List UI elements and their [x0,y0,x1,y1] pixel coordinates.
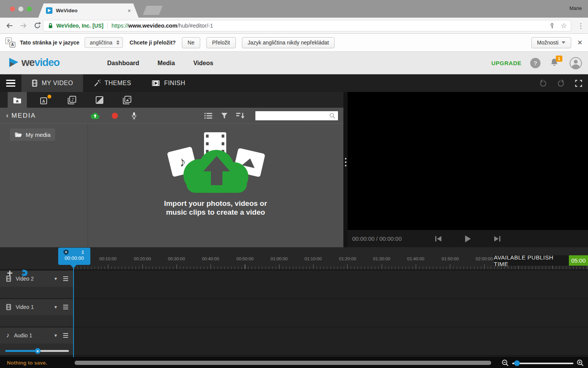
video-preview-screen[interactable] [348,92,588,230]
skip-start-icon[interactable] [434,235,442,242]
translate-close-icon[interactable]: ✕ [577,39,583,47]
tab-finish[interactable]: FINISH [141,74,195,92]
zoom-in-icon[interactable] [577,359,584,367]
list-view-icon[interactable] [204,112,212,119]
track-collapse-icon[interactable]: ▼ [54,276,58,281]
menu-icon[interactable] [0,74,21,92]
volume-fill [5,350,38,352]
ruler-label: 01:00:00 [271,256,288,261]
split-scissors-icon[interactable]: ✂ [80,250,86,254]
tab-stock-media[interactable] [118,92,137,108]
track-header: ♪ Audio 1 ▼ [0,327,74,355]
help-icon[interactable]: ? [530,58,541,68]
tab-title: WeVideo [56,8,127,13]
track-menu-icon[interactable] [63,276,68,281]
ruler-label: 01:30:00 [373,256,390,261]
zoom-slider[interactable] [512,360,573,366]
filter-icon[interactable] [221,112,228,119]
nav-videos[interactable]: Videos [193,60,213,67]
track-lane[interactable] [74,327,588,355]
address-bar: WeVideo, Inc. [US] https://www.wevideo.c… [0,18,588,34]
skip-end-icon[interactable] [493,235,501,242]
tab-my-video[interactable]: MY VIDEO [21,74,83,92]
forward-icon[interactable] [18,20,29,31]
tab-transitions[interactable] [90,92,109,108]
language-select[interactable]: angličtina [85,37,122,48]
my-media-folder[interactable]: My media [10,128,55,141]
reload-icon[interactable] [31,20,43,31]
track-collapse-icon[interactable]: ▼ [54,305,58,309]
translate-options-button[interactable]: Možnosti [531,37,571,48]
record-webcam-icon[interactable] [112,112,118,119]
new-tab-button[interactable] [143,6,163,15]
volume-thumb[interactable] [35,348,41,354]
playhead-pointer [70,265,77,268]
import-dropzone[interactable]: ♪ Import your photos, videos or music cl… [88,132,343,217]
zoom-slider-track[interactable] [512,363,573,364]
main-nav: Dashboard Media Videos [107,52,213,74]
translate-question: Chcete ji přeložit? [130,39,176,46]
sort-icon[interactable] [236,112,245,119]
track-header: Video 1 ▼ [0,299,74,327]
site-identity[interactable]: WeVideo, Inc. [US] [56,23,103,29]
tab-text[interactable]: A [35,92,54,108]
playhead-line[interactable] [73,265,74,357]
track-menu-icon[interactable] [63,305,68,310]
key-icon[interactable] [550,23,556,29]
chevron-down-icon [562,41,565,44]
translate-no-button[interactable]: Ne [182,37,200,48]
undo-icon[interactable] [539,79,547,88]
playhead[interactable]: ✂ 00:00:00 [58,248,90,265]
timeline: 00:10:00 00:20:00 00:30:00 00:40:00 00:5… [0,247,588,357]
close-window-button[interactable] [10,7,15,12]
tab-themes[interactable]: THEMES [83,74,141,92]
media-panel-tabs: A ♪ [0,92,343,108]
panel-resize-handle[interactable] [343,92,348,247]
url-text[interactable]: https://www.wevideo.com/hub/#editor/-1 [111,23,213,29]
redo-icon[interactable] [557,79,565,88]
filmstrip-icon [31,79,38,87]
tab-close-icon[interactable]: × [127,7,131,14]
playhead-time: 00:00:00 [58,255,90,261]
timeline-scrollbar[interactable] [75,361,491,365]
speaker-icon [36,350,39,353]
nav-dashboard[interactable]: Dashboard [107,60,139,67]
track-lane[interactable] [74,299,588,327]
zoom-slider-thumb[interactable] [514,360,520,366]
notification-badge: 1 [556,56,562,62]
omnibox[interactable]: WeVideo, Inc. [US] https://www.wevideo.c… [43,20,571,31]
wevideo-logo[interactable]: wevideo [8,56,60,69]
minimize-window-button[interactable] [18,7,23,12]
notifications-button[interactable]: 1 [549,57,561,69]
tab-audio[interactable]: ♪ [63,92,82,108]
snap-magnet-icon[interactable] [20,268,30,278]
browser-menu-icon[interactable]: ⋮ [575,20,586,31]
never-translate-button[interactable]: Jazyk angličtina nikdy nepřekládat [242,37,335,48]
upload-cloud-icon[interactable] [90,112,100,119]
volume-slider[interactable] [5,348,69,353]
ruler-label: 00:10:00 [100,256,117,261]
media-search-input[interactable] [255,113,329,119]
bookmark-star-icon[interactable]: ☆ [561,21,567,30]
back-icon[interactable] [4,20,15,31]
media-breadcrumb[interactable]: ‹MEDIA [6,112,36,120]
browser-tab[interactable]: WeVideo × [38,3,139,18]
nav-media[interactable]: Media [158,60,175,67]
fullscreen-icon[interactable] [575,79,583,87]
zoom-window-button[interactable] [27,7,32,12]
track-lane[interactable] [74,271,588,298]
zoom-out-icon[interactable] [501,359,509,367]
browser-profile-name[interactable]: Marie [569,5,582,11]
track-menu-icon[interactable] [63,333,68,338]
upgrade-button[interactable]: UPGRADE [491,60,521,66]
add-track-icon[interactable]: + [7,269,13,277]
tab-media-folder[interactable] [8,92,27,108]
translate-button[interactable]: Přeložit [206,37,236,48]
track-row-video2: Video 2 ▼ [0,271,588,298]
audio-track-icon: ♪ [6,332,10,339]
account-avatar[interactable] [570,57,582,69]
marker-icon[interactable] [64,250,69,255]
track-collapse-icon[interactable]: ▼ [54,333,58,338]
play-icon[interactable] [464,235,471,243]
record-mic-icon[interactable] [131,112,137,120]
